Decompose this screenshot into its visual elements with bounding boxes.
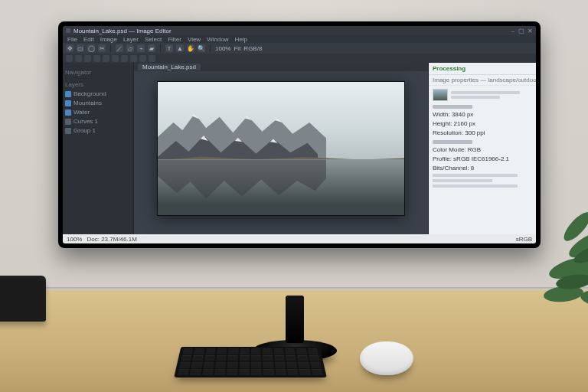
toolbar-main: ✥ ▭ ◯ ✂ ／ ▱ ⌁ ▰ T ▲ ✋ 🔍 100% Fit RGB/8 [63,43,536,54]
sidebar-section-layers: Layers [65,81,131,88]
close-button[interactable]: ✕ [527,28,533,34]
layer-label: Curves 1 [74,118,98,125]
menu-view[interactable]: View [188,36,201,43]
layer-label: Background [74,90,106,97]
mode-readout: RGB/8 [243,45,262,52]
properties-panel: Processing Image properties — landscape/… [428,63,536,234]
properties-text [433,174,518,177]
status-docsize: Doc: 23.7M/46.1M [87,236,136,243]
desk-edge [0,287,588,290]
monitor-bezel: Mountain_Lake.psd — Image Editor – ▢ ✕ F… [58,21,541,248]
opt-8[interactable] [130,55,137,62]
menu-image[interactable]: Image [100,36,117,43]
properties-text [433,179,492,182]
desk-scene: Mountain_Lake.psd — Image Editor – ▢ ✕ F… [0,0,588,392]
keyboard [174,347,327,377]
properties-line: Color Mode: RGB [433,146,532,153]
layer-row-mountains[interactable]: Mountains [65,100,131,106]
opt-3[interactable] [84,55,91,62]
move-icon[interactable]: ✥ [66,44,74,52]
opt-1[interactable] [66,55,73,62]
fill-icon[interactable]: ▰ [148,44,155,52]
document-tab[interactable]: Mountain_Lake.psd [138,64,201,70]
opt-10[interactable] [149,55,155,62]
opt-7[interactable] [121,55,128,62]
shape-icon[interactable]: ▲ [176,44,184,52]
canvas-area[interactable]: Mountain_Lake.psd [134,63,428,234]
properties-title: Processing [429,63,536,75]
properties-line: Width: 3840 px [433,111,532,118]
text-icon[interactable]: T [165,44,173,52]
hand-icon[interactable]: ✋ [187,44,194,52]
clone-icon[interactable]: ⌁ [137,44,145,52]
menu-bar: File Edit Image Layer Select Filter View… [63,35,536,43]
properties-thumbnail [433,89,448,101]
svg-marker-16 [158,159,326,198]
minimize-button[interactable]: – [510,28,516,34]
menu-file[interactable]: File [67,36,77,43]
crop-icon[interactable]: ✂ [98,44,106,52]
sidebar-section-navigator: Navigator [65,69,131,76]
zoom-readout: 100% [215,45,230,52]
select-icon[interactable]: ▭ [77,44,84,52]
monitor-stand-neck [286,296,304,343]
window-titlebar[interactable]: Mountain_Lake.psd — Image Editor – ▢ ✕ [63,26,536,35]
properties-line: Profile: sRGB IEC61966-2.1 [433,155,532,162]
properties-text [451,96,500,99]
editor-body: Navigator Layers Background Mountains Wa… [63,63,536,234]
properties-heading [433,105,472,109]
layer-row-group[interactable]: Group 1 [65,127,131,134]
opt-2[interactable] [75,55,82,62]
properties-heading [433,140,472,144]
opt-9[interactable] [139,55,146,62]
properties-thumbnail-row [433,89,532,101]
layer-label: Group 1 [74,127,96,134]
layer-label: Mountains [74,100,102,106]
status-bar: 100% Doc: 23.7M/46.1M sRGB [63,234,536,243]
canvas[interactable] [157,81,406,217]
app-icon [66,28,70,33]
zoom-icon[interactable]: 🔍 [198,44,205,52]
adjust-icon [65,119,71,125]
status-zoom[interactable]: 100% [67,236,82,243]
fit-button[interactable]: Fit [234,45,240,52]
properties-subtitle: Image properties — landscape/outdoor [429,75,536,86]
properties-line: Height: 2160 px [433,120,532,127]
screen: Mountain_Lake.psd — Image Editor – ▢ ✕ F… [63,26,536,243]
eraser-icon[interactable]: ▱ [126,44,134,52]
toolbar-options [63,54,536,63]
properties-line: Bits/Channel: 8 [433,165,532,172]
layer-row-curves[interactable]: Curves 1 [65,118,131,125]
properties-line: Resolution: 300 ppi [433,129,532,136]
mouse [360,341,413,375]
menu-filter[interactable]: Filter [168,36,181,43]
layer-row-background[interactable]: Background [65,90,131,97]
document-tabs: Mountain_Lake.psd [134,63,428,71]
menu-select[interactable]: Select [145,36,162,43]
layer-icon [65,109,71,116]
menu-help[interactable]: Help [235,36,247,43]
brush-icon[interactable]: ／ [116,44,123,52]
menu-window[interactable]: Window [207,36,228,43]
layer-label: Water [74,109,90,116]
properties-text [433,185,518,188]
opt-5[interactable] [103,55,109,62]
menu-edit[interactable]: Edit [83,36,94,43]
image-reflection [158,159,326,215]
left-sidebar: Navigator Layers Background Mountains Wa… [63,63,134,234]
layer-icon [65,100,71,106]
opt-4[interactable] [93,55,100,62]
menu-layer[interactable]: Layer [123,36,139,43]
layer-icon [65,91,71,97]
desk-object-left [0,276,46,322]
lasso-icon[interactable]: ◯ [87,44,95,52]
status-profile: sRGB [516,236,532,243]
maximize-button[interactable]: ▢ [518,28,524,34]
opt-6[interactable] [112,55,119,62]
layer-row-water[interactable]: Water [65,109,131,116]
folder-icon [65,128,71,134]
window-title: Mountain_Lake.psd — Image Editor [74,28,507,34]
properties-text [451,91,520,94]
